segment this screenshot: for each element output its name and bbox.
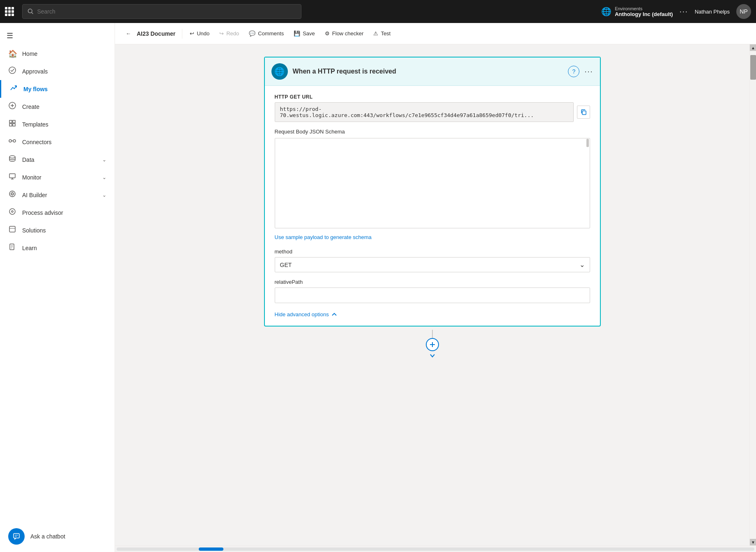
- test-button[interactable]: ⚠ Test: [369, 28, 395, 39]
- hide-advanced-label: Hide advanced options: [275, 311, 329, 317]
- sidebar-item-solutions[interactable]: Solutions: [0, 221, 115, 239]
- scroll-thumb[interactable]: [750, 55, 756, 80]
- sidebar-item-data[interactable]: Data ⌄: [0, 151, 115, 168]
- sidebar-label-solutions: Solutions: [22, 227, 106, 234]
- sidebar-item-approvals[interactable]: Approvals: [0, 62, 115, 80]
- sidebar-item-home[interactable]: 🏠 Home: [0, 45, 115, 62]
- schema-textarea[interactable]: [275, 138, 590, 228]
- svg-rect-23: [9, 226, 15, 232]
- sidebar-item-monitor[interactable]: Monitor ⌄: [0, 168, 115, 186]
- sidebar-label-templates: Templates: [22, 121, 106, 128]
- trigger-more-button[interactable]: ···: [584, 67, 593, 76]
- flow-title: AI23 Documer: [137, 30, 175, 37]
- svg-rect-32: [582, 111, 586, 115]
- more-options-button[interactable]: ···: [680, 7, 688, 16]
- svg-point-0: [28, 9, 32, 13]
- relative-path-input[interactable]: [275, 288, 590, 303]
- top-navigation: 🌐 Environments Anthology Inc (default) ·…: [0, 0, 756, 23]
- back-button[interactable]: ←: [122, 28, 135, 39]
- scroll-up-button[interactable]: ▲: [750, 44, 756, 51]
- trigger-header: 🌐 When a HTTP request is received ? ···: [265, 58, 600, 86]
- sidebar-item-process-advisor[interactable]: Process advisor: [0, 204, 115, 221]
- svg-rect-14: [9, 174, 15, 178]
- schema-wrapper: [275, 138, 590, 228]
- sidebar-item-templates[interactable]: Templates: [0, 115, 115, 133]
- monitor-chevron-icon: ⌄: [102, 175, 106, 180]
- svg-rect-7: [13, 120, 15, 123]
- sidebar-item-my-flows[interactable]: My flows: [0, 80, 115, 98]
- hide-advanced-options-link[interactable]: Hide advanced options: [275, 311, 590, 317]
- sidebar-label-data: Data: [22, 156, 97, 163]
- save-button[interactable]: 💾 Save: [290, 28, 319, 39]
- data-icon: [8, 155, 16, 164]
- sidebar-label-process-advisor: Process advisor: [22, 209, 106, 216]
- sidebar: ☰ 🏠 Home Approvals My flows Create: [0, 23, 115, 552]
- copy-icon: [580, 109, 587, 115]
- content-area: ← AI23 Documer ↩ Undo ↪ Redo 💬 Comments …: [115, 23, 756, 552]
- sample-payload-link[interactable]: Use sample payload to generate schema: [275, 234, 372, 240]
- bottom-scroll-thumb[interactable]: [199, 547, 223, 551]
- search-bar[interactable]: [22, 4, 301, 19]
- svg-rect-9: [13, 124, 15, 126]
- plus-icon: [429, 341, 436, 348]
- chatbot-label: Ask a chatbot: [30, 533, 65, 540]
- sidebar-item-create[interactable]: Create: [0, 98, 115, 115]
- method-select[interactable]: GET ⌄: [275, 257, 590, 272]
- main-layout: ☰ 🏠 Home Approvals My flows Create: [0, 23, 756, 552]
- bottom-scrollbar: [115, 545, 756, 552]
- schema-scroll-thumb: [586, 139, 589, 147]
- comments-button[interactable]: 💬 Comments: [245, 28, 288, 39]
- svg-rect-8: [9, 124, 12, 126]
- flow-checker-icon: ⚙: [325, 30, 330, 37]
- environment-icon: 🌐: [601, 7, 611, 16]
- bottom-scroll-track: [117, 547, 754, 551]
- sidebar-label-approvals: Approvals: [22, 68, 106, 75]
- copy-url-button[interactable]: [577, 106, 590, 119]
- sidebar-label-my-flows: My flows: [23, 86, 106, 92]
- svg-point-22: [11, 211, 13, 212]
- svg-point-18: [9, 191, 15, 197]
- sidebar-label-ai-builder: AI Builder: [22, 192, 97, 198]
- canvas-container: 🌐 When a HTTP request is received ? ··· …: [115, 44, 756, 545]
- url-field-label: HTTP GET URL: [275, 94, 590, 100]
- svg-rect-6: [9, 120, 12, 123]
- sidebar-hamburger[interactable]: ☰: [0, 26, 115, 45]
- sidebar-label-create: Create: [22, 104, 106, 110]
- connector-line: [432, 330, 433, 338]
- trigger-help-button[interactable]: ?: [568, 66, 579, 77]
- search-input[interactable]: [37, 8, 296, 15]
- undo-icon: ↩: [190, 30, 194, 37]
- trigger-body: HTTP GET URL https://prod-70.westus.logi…: [265, 86, 600, 326]
- sidebar-label-home: Home: [22, 51, 106, 57]
- home-icon: 🏠: [8, 49, 16, 58]
- canvas-scroll-area: 🌐 When a HTTP request is received ? ··· …: [115, 44, 749, 545]
- svg-point-13: [9, 156, 15, 158]
- templates-icon: [8, 120, 16, 129]
- method-value: GET: [280, 262, 292, 268]
- scroll-down-button[interactable]: ▼: [750, 539, 756, 545]
- url-field: https://prod-70.westus.logic.azure.com:4…: [275, 102, 590, 122]
- environment-name: Anthology Inc (default): [615, 11, 673, 17]
- waffle-icon[interactable]: [5, 7, 14, 16]
- sidebar-item-learn[interactable]: Learn: [0, 239, 115, 257]
- approvals-icon: [8, 67, 16, 76]
- sidebar-item-ai-builder[interactable]: AI Builder ⌄: [0, 186, 115, 204]
- trigger-card: 🌐 When a HTTP request is received ? ··· …: [264, 57, 601, 327]
- undo-button[interactable]: ↩ Undo: [186, 28, 214, 39]
- back-icon: ←: [126, 30, 131, 37]
- environment-text: Environments Anthology Inc (default): [615, 6, 673, 17]
- connector-arrow-icon: [429, 352, 436, 361]
- solutions-icon: [8, 225, 16, 235]
- sidebar-label-connectors: Connectors: [22, 139, 106, 145]
- user-avatar[interactable]: NP: [736, 4, 751, 19]
- redo-button[interactable]: ↪ Redo: [215, 28, 243, 39]
- add-step-button[interactable]: [426, 338, 439, 351]
- method-chevron-icon: ⌄: [579, 261, 585, 269]
- url-value: https://prod-70.westus.logic.azure.com:4…: [275, 102, 574, 122]
- connectors-icon: [8, 137, 16, 147]
- chatbot-button[interactable]: Ask a chatbot: [0, 524, 115, 549]
- flow-checker-button[interactable]: ⚙ Flow checker: [321, 28, 368, 39]
- sidebar-item-connectors[interactable]: Connectors: [0, 133, 115, 151]
- flow-connector: [426, 330, 439, 361]
- method-label: method: [275, 248, 590, 255]
